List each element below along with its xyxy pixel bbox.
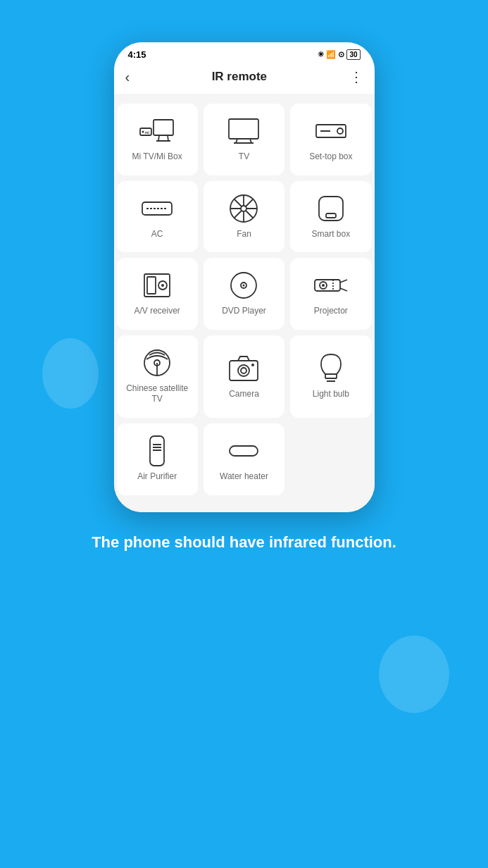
ac-label: AC <box>151 229 163 240</box>
back-button[interactable]: ‹ <box>125 69 130 85</box>
water-heater-icon <box>225 436 262 466</box>
mi-tv-label: Mi TV/Mi Box <box>132 151 182 163</box>
dvd-player-icon <box>225 271 262 300</box>
mi-tv-icon: mi <box>139 116 175 146</box>
decorative-blob-right <box>379 636 449 713</box>
air-purifier-label: Air Purifier <box>137 471 177 483</box>
signal-icon: 📶 <box>326 50 336 59</box>
svg-line-34 <box>340 280 347 283</box>
grid-item-camera[interactable]: Camera <box>204 335 284 418</box>
smart-box-label: Smart box <box>311 229 350 240</box>
ac-icon <box>139 194 175 223</box>
decorative-blob-left <box>42 338 99 409</box>
tv-icon <box>225 116 262 146</box>
svg-rect-48 <box>150 436 164 466</box>
grid-item-set-top-box[interactable]: Set-top box <box>290 104 371 175</box>
grid-item-fan[interactable]: Fan <box>204 181 284 253</box>
set-top-box-label: Set-top box <box>309 151 352 163</box>
svg-rect-0 <box>154 120 173 135</box>
camera-label: Camera <box>229 389 259 400</box>
grid-item-air-purifier[interactable]: Air Purifier <box>117 423 198 495</box>
grid-item-projector[interactable]: Projector <box>290 258 371 330</box>
svg-rect-25 <box>147 277 156 294</box>
chinese-sat-tv-label: Chinese satellite TV <box>124 383 191 405</box>
svg-line-35 <box>340 288 347 291</box>
grid-item-av-receiver[interactable]: A/V receiver <box>117 258 198 330</box>
chinese-sat-tv-icon <box>139 348 175 378</box>
projector-icon <box>313 271 349 300</box>
wifi-icon: ⊙ <box>338 50 344 59</box>
fan-icon <box>225 194 262 223</box>
svg-line-1 <box>158 135 159 141</box>
bottom-text: The phone should have infrared function. <box>63 532 425 553</box>
grid-item-light-bulb[interactable]: Light bulb <box>290 335 371 418</box>
dvd-player-label: DVD Player <box>222 306 266 317</box>
svg-rect-7 <box>229 119 258 139</box>
status-icons: ✳ 📶 ⊙ 30 <box>318 49 360 60</box>
battery-icon: 30 <box>346 49 360 60</box>
device-grid-container: mi Mi TV/Mi Box TV <box>114 94 375 512</box>
smart-box-icon <box>313 194 349 223</box>
header: ‹ IR remote ⋮ <box>114 63 375 94</box>
svg-point-21 <box>241 206 246 211</box>
grid-item-dvd-player[interactable]: DVD Player <box>204 258 284 330</box>
grid-item-water-heater[interactable]: Water heater <box>204 423 284 495</box>
svg-point-42 <box>241 368 246 373</box>
svg-point-30 <box>243 285 245 287</box>
light-bulb-icon <box>313 354 349 383</box>
tv-label: TV <box>239 151 249 163</box>
svg-point-27 <box>161 284 164 287</box>
status-time: 4:15 <box>128 49 146 60</box>
more-button[interactable]: ⋮ <box>349 68 363 85</box>
status-bar: 4:15 ✳ 📶 ⊙ 30 <box>114 42 375 63</box>
fan-label: Fan <box>237 229 251 240</box>
grid-item-ac[interactable]: AC <box>117 181 198 253</box>
page-title: IR remote <box>212 70 267 84</box>
svg-rect-22 <box>319 197 343 221</box>
water-heater-label: Water heater <box>220 471 268 483</box>
grid-item-chinese-sat-tv[interactable]: Chinese satellite TV <box>117 335 198 418</box>
svg-rect-31 <box>315 280 340 291</box>
svg-rect-40 <box>230 361 258 380</box>
light-bulb-label: Light bulb <box>313 389 349 400</box>
grid-item-smart-box[interactable]: Smart box <box>290 181 371 253</box>
av-receiver-icon <box>139 271 175 300</box>
svg-rect-23 <box>326 213 336 218</box>
grid-item-mi-tv[interactable]: mi Mi TV/Mi Box <box>117 104 198 175</box>
device-grid: mi Mi TV/Mi Box TV <box>114 101 375 498</box>
projector-label: Projector <box>314 306 348 317</box>
svg-point-5 <box>142 131 144 133</box>
svg-point-41 <box>238 365 249 376</box>
av-receiver-label: A/V receiver <box>134 306 180 317</box>
set-top-box-icon <box>313 116 349 146</box>
svg-text:mi: mi <box>145 130 149 135</box>
svg-point-33 <box>322 284 325 287</box>
svg-point-13 <box>337 128 343 134</box>
bluetooth-icon: ✳ <box>318 50 324 59</box>
svg-point-43 <box>251 364 254 366</box>
air-purifier-icon <box>139 436 175 466</box>
svg-rect-52 <box>230 446 258 456</box>
phone-frame: 4:15 ✳ 📶 ⊙ 30 ‹ IR remote ⋮ <box>114 42 375 512</box>
svg-line-2 <box>168 135 168 141</box>
grid-item-tv[interactable]: TV <box>204 104 284 175</box>
camera-icon <box>225 354 262 383</box>
